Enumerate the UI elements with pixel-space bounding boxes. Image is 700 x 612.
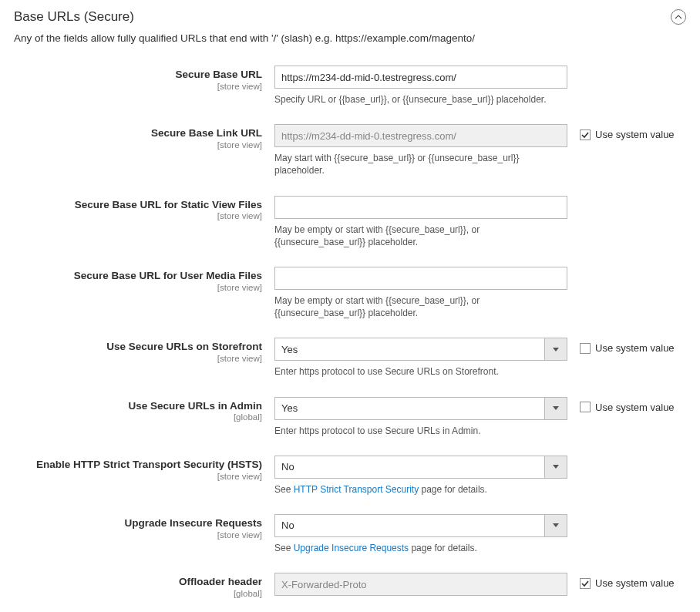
field-use-secure-admin: Use Secure URLs in Admin [global] Yes En… [14, 397, 686, 437]
hsts-select[interactable]: No [274, 456, 567, 479]
field-helper: May be empty or start with {{secure_base… [274, 224, 567, 248]
hsts-info-link[interactable]: HTTP Strict Transport Security [294, 484, 419, 495]
use-system-value-checkbox[interactable] [580, 343, 591, 354]
field-label: Use Secure URLs on Storefront [14, 341, 262, 354]
field-label: Enable HTTP Strict Transport Security (H… [14, 459, 262, 472]
section-description: Any of the fields allow fully qualified … [14, 32, 686, 44]
field-scope: [store view] [14, 530, 262, 540]
helper-prefix: See [274, 543, 294, 553]
field-scope: [global] [14, 412, 262, 422]
field-label: Use Secure URLs in Admin [14, 400, 262, 413]
checkmark-icon [581, 580, 589, 587]
field-label: Offloader header [14, 576, 262, 589]
collapse-toggle-button[interactable] [671, 9, 686, 25]
field-scope: [store view] [14, 354, 262, 363]
field-label: Secure Base Link URL [14, 127, 262, 140]
field-helper: Enter https protocol to use Secure URLs … [274, 365, 567, 378]
upgrade-insecure-select[interactable]: No [274, 514, 567, 537]
secure-base-link-url-input [274, 124, 567, 147]
field-helper: See HTTP Strict Transport Security page … [274, 483, 567, 496]
use-system-value-checkbox[interactable] [580, 129, 591, 140]
field-helper: May start with {{secure_base_url}} or {{… [274, 152, 567, 177]
field-scope: [store view] [14, 211, 262, 220]
field-upgrade-insecure: Upgrade Insecure Requests [store view] N… [14, 514, 686, 554]
field-scope: [store view] [14, 82, 262, 91]
use-secure-admin-select[interactable]: Yes [274, 397, 567, 420]
field-secure-base-link-url: Secure Base Link URL [store view] May st… [14, 124, 686, 177]
field-helper: See Upgrade Insecure Requests page for d… [274, 542, 567, 554]
section-header: Base URLs (Secure) [14, 9, 686, 25]
use-secure-storefront-select[interactable]: Yes [274, 338, 567, 361]
field-scope: [store view] [14, 140, 262, 150]
field-offloader-header: Offloader header [global] Use system val… [14, 573, 686, 598]
offloader-header-input [274, 573, 567, 596]
chevron-up-icon [675, 15, 682, 19]
use-system-value-label: Use system value [595, 402, 675, 413]
field-secure-base-url: Secure Base URL [store view] Specify URL… [14, 66, 686, 106]
field-label: Secure Base URL for User Media Files [14, 270, 262, 283]
field-scope: [store view] [14, 283, 262, 292]
field-scope: [store view] [14, 472, 262, 481]
field-secure-media-url: Secure Base URL for User Media Files [st… [14, 267, 686, 319]
field-use-secure-storefront: Use Secure URLs on Storefront [store vie… [14, 338, 686, 378]
field-helper: May be empty or start with {{secure_base… [274, 294, 567, 319]
checkmark-icon [581, 131, 589, 139]
helper-prefix: See [274, 484, 294, 495]
helper-suffix: page for details. [419, 484, 487, 495]
field-helper: Specify URL or {{base_url}}, or {{unsecu… [274, 93, 567, 106]
section-title: Base URLs (Secure) [14, 9, 134, 25]
field-label: Upgrade Insecure Requests [14, 517, 262, 530]
field-label: Secure Base URL [14, 69, 262, 82]
use-system-value-label: Use system value [595, 342, 675, 354]
field-secure-static-url: Secure Base URL for Static View Files [s… [14, 196, 686, 248]
use-system-value-label: Use system value [595, 129, 675, 140]
field-hsts: Enable HTTP Strict Transport Security (H… [14, 456, 686, 496]
upgrade-insecure-info-link[interactable]: Upgrade Insecure Requests [294, 543, 409, 553]
field-helper: Enter https protocol to use Secure URLs … [274, 425, 567, 437]
use-system-value-checkbox[interactable] [580, 402, 591, 412]
helper-suffix: page for details. [409, 543, 477, 553]
secure-base-url-input[interactable] [274, 66, 567, 89]
secure-media-url-input[interactable] [274, 267, 567, 290]
field-scope: [global] [14, 589, 262, 598]
use-system-value-label: Use system value [595, 577, 675, 589]
field-label: Secure Base URL for Static View Files [14, 199, 262, 212]
secure-static-url-input[interactable] [274, 196, 567, 219]
use-system-value-checkbox[interactable] [580, 578, 591, 589]
